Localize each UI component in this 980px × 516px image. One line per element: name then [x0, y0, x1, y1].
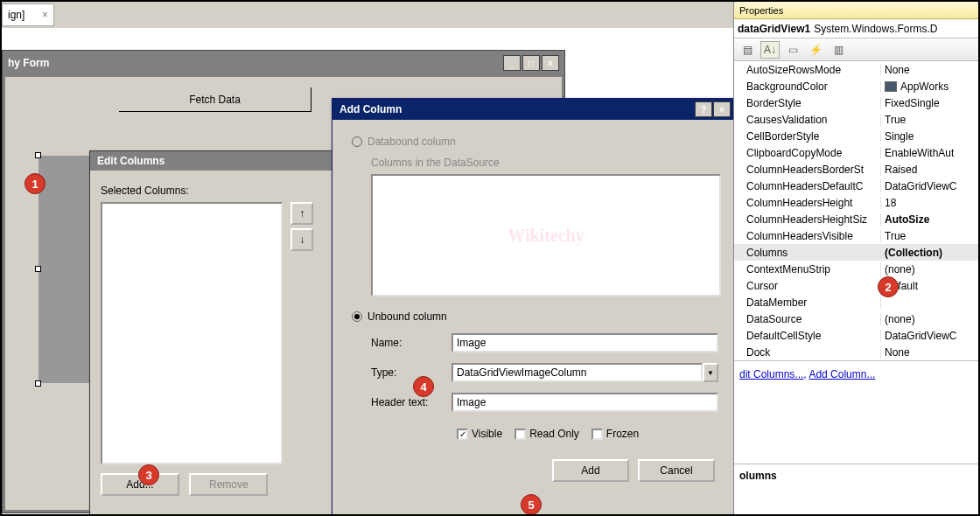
- add-button[interactable]: Add: [552, 459, 629, 482]
- property-row[interactable]: ColumnHeadersHeightSizAutoSize: [734, 211, 978, 227]
- property-value[interactable]: Single: [881, 130, 978, 143]
- resize-handle[interactable]: [35, 266, 41, 272]
- visible-checkbox[interactable]: ✓ Visible: [457, 428, 502, 440]
- remove-button: Remove: [189, 473, 268, 496]
- property-row[interactable]: ColumnHeadersHeight18: [734, 194, 978, 211]
- property-name: Dock: [734, 346, 881, 359]
- move-down-button[interactable]: ↓: [290, 228, 313, 251]
- frozen-checkbox[interactable]: Frozen: [592, 428, 639, 440]
- property-row[interactable]: Columns(Collection): [734, 244, 978, 261]
- property-row[interactable]: CellBorderStyleSingle: [734, 128, 978, 144]
- property-row[interactable]: DataSource(none): [734, 310, 978, 327]
- property-name: ClipboardCopyMode: [734, 147, 881, 159]
- property-row[interactable]: DataMember: [734, 294, 978, 310]
- resize-handle[interactable]: [35, 380, 41, 387]
- form-titlebar: hy Form _ □ ×: [3, 51, 564, 75]
- fetch-data-button[interactable]: Fetch Data: [119, 87, 312, 112]
- checkbox-icon: [514, 429, 526, 440]
- pages-icon[interactable]: ▥: [829, 41, 848, 59]
- maximize-button[interactable]: □: [522, 55, 540, 71]
- property-value[interactable]: 18: [881, 197, 978, 209]
- property-row[interactable]: DefaultCellStyleDataGridViewC: [734, 327, 978, 344]
- property-name: ColumnHeadersVisible: [734, 230, 881, 242]
- checkbox-icon: [592, 429, 603, 440]
- chevron-down-icon[interactable]: ▼: [703, 363, 718, 382]
- property-value[interactable]: AutoSize: [881, 213, 978, 226]
- header-text-input[interactable]: [452, 393, 718, 412]
- property-name: DataSource: [734, 313, 881, 325]
- close-button[interactable]: ×: [713, 101, 731, 117]
- properties-description: olumns: [734, 464, 978, 516]
- edit-columns-link[interactable]: dit Columns...: [739, 368, 803, 380]
- property-value[interactable]: True: [881, 230, 978, 242]
- unbound-radio[interactable]: Unbound column: [352, 310, 718, 323]
- properties-links: dit Columns..., Add Column...: [734, 360, 978, 387]
- radio-icon: [352, 311, 362, 322]
- unbound-label: Unbound column: [368, 310, 447, 323]
- property-name: CausesValidation: [734, 114, 881, 126]
- cancel-button[interactable]: Cancel: [638, 459, 715, 482]
- property-value[interactable]: DataGridViewC: [881, 180, 978, 192]
- property-row[interactable]: BorderStyleFixedSingle: [734, 94, 978, 111]
- property-value[interactable]: (none): [881, 313, 978, 325]
- add-column-title: Add Column: [340, 103, 402, 115]
- property-row[interactable]: AutoSizeRowsModeNone: [734, 61, 978, 78]
- callout-5: 5: [521, 494, 542, 515]
- property-name: ContextMenuStrip: [734, 263, 881, 275]
- property-row[interactable]: CausesValidationTrue: [734, 111, 978, 128]
- property-value[interactable]: EnableWithAut: [881, 147, 978, 159]
- color-swatch-icon: [885, 81, 897, 92]
- name-input[interactable]: [452, 333, 718, 352]
- property-name: ColumnHeadersBorderSt: [734, 164, 881, 176]
- property-name: ColumnHeadersDefaultC: [734, 180, 881, 192]
- property-value[interactable]: True: [881, 114, 978, 126]
- properties-panel: Properties dataGridView1 System.Windows.…: [733, 2, 978, 516]
- property-value[interactable]: Raised: [881, 164, 978, 176]
- property-value[interactable]: DataGridViewC: [881, 330, 978, 342]
- desc-title: olumns: [739, 470, 973, 482]
- callout-4: 4: [413, 376, 434, 397]
- readonly-checkbox[interactable]: Read Only: [514, 428, 579, 440]
- type-combo[interactable]: [452, 363, 703, 382]
- property-value[interactable]: None: [881, 64, 978, 76]
- close-icon[interactable]: ×: [42, 9, 48, 21]
- property-value[interactable]: (Collection): [881, 247, 978, 259]
- properties-icon[interactable]: ▭: [783, 41, 802, 59]
- close-button[interactable]: ×: [542, 55, 559, 71]
- property-value[interactable]: None: [881, 346, 978, 359]
- databound-label: Databound column: [368, 136, 456, 148]
- properties-object[interactable]: dataGridView1 System.Windows.Forms.D: [734, 19, 978, 38]
- header-text-label: Header text:: [371, 396, 452, 408]
- add-column-link[interactable]: Add Column...: [808, 368, 875, 380]
- property-value[interactable]: (none): [881, 263, 978, 275]
- property-row[interactable]: ColumnHeadersBorderStRaised: [734, 161, 978, 178]
- selected-columns-list[interactable]: [101, 202, 283, 464]
- events-icon[interactable]: ⚡: [806, 41, 825, 59]
- property-row[interactable]: BackgroundColorAppWorks: [734, 78, 978, 94]
- property-row[interactable]: CursorDefault: [734, 277, 978, 294]
- property-row[interactable]: ColumnHeadersVisibleTrue: [734, 227, 978, 244]
- property-name: Cursor: [734, 280, 881, 292]
- categorized-icon[interactable]: ▤: [738, 41, 757, 59]
- property-row[interactable]: ColumnHeadersDefaultCDataGridViewC: [734, 178, 978, 194]
- property-row[interactable]: ContextMenuStrip(none): [734, 261, 978, 277]
- minimize-button[interactable]: _: [503, 55, 521, 71]
- databound-radio: Databound column: [352, 136, 718, 148]
- resize-handle[interactable]: [35, 152, 41, 158]
- add-column-titlebar: Add Column ? ×: [332, 99, 738, 120]
- alphabetical-icon[interactable]: A↓: [760, 41, 780, 59]
- add-column-dialog: Add Column ? × Databound column Columns …: [332, 98, 738, 516]
- callout-2: 2: [878, 276, 899, 297]
- properties-grid[interactable]: AutoSizeRowsModeNoneBackgroundColorAppWo…: [734, 61, 978, 360]
- help-button[interactable]: ?: [695, 101, 712, 117]
- property-name: Columns: [734, 247, 881, 259]
- property-row[interactable]: DockNone: [734, 344, 978, 360]
- property-row[interactable]: ClipboardCopyModeEnableWithAut: [734, 144, 978, 161]
- property-value[interactable]: FixedSingle: [881, 97, 978, 109]
- callout-3: 3: [138, 464, 159, 485]
- property-value[interactable]: AppWorks: [881, 80, 978, 93]
- design-tab[interactable]: ign] ×: [2, 3, 54, 26]
- checkbox-icon: ✓: [457, 429, 468, 440]
- object-type: System.Windows.Forms.D: [814, 23, 937, 35]
- move-up-button[interactable]: ↑: [290, 202, 313, 225]
